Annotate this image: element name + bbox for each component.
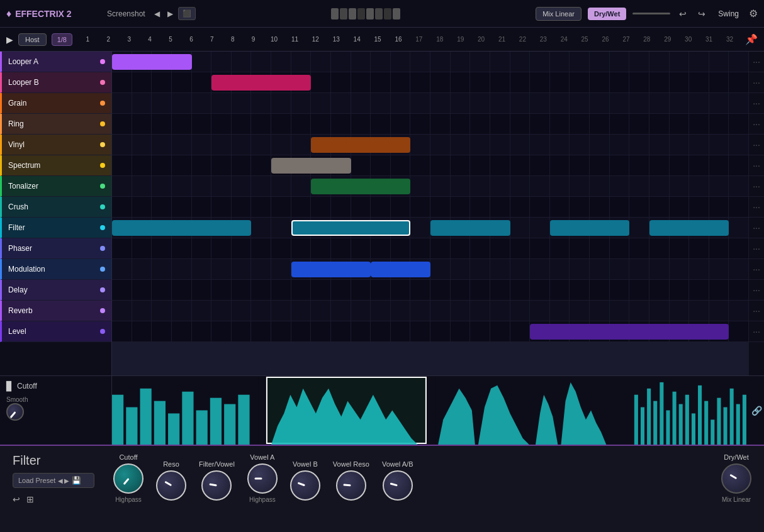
save-button[interactable]: ⬛	[178, 7, 196, 20]
grid-cell[interactable]	[371, 238, 391, 259]
grid-cell[interactable]	[391, 52, 411, 72]
grid-cell[interactable]	[351, 155, 371, 176]
grid-cell[interactable]	[451, 114, 471, 135]
filter-undo-button[interactable]: ↩	[13, 494, 20, 504]
track-label-looper-b[interactable]: Looper B	[0, 72, 111, 93]
track-label-phaser[interactable]: Phaser	[0, 238, 111, 259]
grid-cell[interactable]	[709, 155, 729, 176]
grid-cell[interactable]	[112, 301, 132, 321]
grid-cell[interactable]	[550, 197, 570, 218]
grid-cell[interactable]	[570, 197, 590, 218]
grid-cell[interactable]	[232, 93, 252, 114]
grid-cell[interactable]	[670, 93, 690, 114]
grid-cell[interactable]	[510, 280, 531, 301]
grid-cell[interactable]	[192, 321, 212, 342]
grid-cell[interactable]	[391, 93, 411, 114]
grid-cell[interactable]	[729, 176, 749, 197]
grid-cell[interactable]	[211, 259, 232, 280]
grid-cell[interactable]	[550, 52, 570, 72]
grid-cell[interactable]	[590, 52, 610, 72]
automation-graph[interactable]	[112, 376, 749, 445]
grid-cell[interactable]	[689, 259, 709, 280]
grid-cell[interactable]	[410, 301, 430, 321]
grid-cell[interactable]	[490, 155, 510, 176]
dry-wet-knob[interactable]	[721, 463, 751, 494]
grid-cell[interactable]	[629, 176, 649, 197]
grid-cell[interactable]	[689, 114, 709, 135]
knob-filter_vowel[interactable]	[201, 470, 232, 501]
track-label-tonalizer[interactable]: Tonalizer	[0, 176, 111, 197]
grid-cell[interactable]	[232, 135, 252, 155]
grid-cell[interactable]	[132, 259, 152, 280]
grid-cell[interactable]	[689, 52, 709, 72]
grid-cell[interactable]	[430, 259, 451, 280]
track-label-looper-a[interactable]: Looper A	[0, 52, 111, 72]
grid-cell[interactable]	[451, 135, 471, 155]
grid-cell[interactable]	[490, 259, 510, 280]
grid-cell[interactable]	[192, 301, 212, 321]
grid-cell[interactable]	[152, 259, 172, 280]
grid-cell[interactable]	[470, 52, 490, 72]
grid-cell[interactable]	[271, 321, 291, 342]
grid-cell[interactable]	[729, 114, 749, 135]
grid-cell[interactable]	[470, 259, 490, 280]
grid-cell[interactable]	[351, 280, 371, 301]
grid-row-12[interactable]	[112, 301, 749, 321]
grid-cell[interactable]	[232, 52, 252, 72]
grid-cell[interactable]	[211, 93, 232, 114]
grid-cell[interactable]	[391, 301, 411, 321]
grid-cell[interactable]	[530, 176, 550, 197]
grid-cell[interactable]	[391, 72, 411, 93]
grid-cell[interactable]	[670, 135, 690, 155]
grid-cell[interactable]	[649, 155, 670, 176]
grid-cell[interactable]	[490, 301, 510, 321]
grid-cell[interactable]	[689, 135, 709, 155]
grid-cell[interactable]	[670, 301, 690, 321]
grid-cell[interactable]	[530, 114, 550, 135]
grid-cell[interactable]	[570, 280, 590, 301]
grid-cell[interactable]	[410, 72, 430, 93]
grid-cell[interactable]	[410, 321, 430, 342]
grid-cell[interactable]	[451, 52, 471, 72]
grid-cell[interactable]	[351, 93, 371, 114]
grid-cell[interactable]	[410, 93, 430, 114]
knob-vowel_ab[interactable]	[383, 470, 413, 501]
grid-cell[interactable]	[291, 301, 312, 321]
knob-vowel_reso[interactable]	[336, 470, 366, 501]
grid-cell[interactable]	[590, 93, 610, 114]
grid-cell[interactable]	[192, 176, 212, 197]
track-label-delay[interactable]: Delay	[0, 280, 111, 301]
grid-cell[interactable]	[391, 114, 411, 135]
grid-cell[interactable]	[510, 155, 531, 176]
grid-cell[interactable]	[729, 197, 749, 218]
clip-10[interactable]	[371, 262, 430, 277]
grid-cell[interactable]	[172, 135, 192, 155]
grid-cell[interactable]	[271, 301, 291, 321]
grid-cell[interactable]	[570, 155, 590, 176]
grid-cell[interactable]	[510, 176, 531, 197]
knob-cutoff[interactable]	[113, 463, 143, 494]
grid-cell[interactable]	[311, 301, 331, 321]
grid-cell[interactable]	[232, 155, 252, 176]
grid-row-8[interactable]	[112, 218, 749, 238]
grid-cell[interactable]	[251, 197, 271, 218]
grid-cell[interactable]	[451, 301, 471, 321]
grid-cell[interactable]	[192, 155, 212, 176]
grid-cell[interactable]	[470, 114, 490, 135]
pattern-cell[interactable]	[331, 8, 339, 19]
grid-cell[interactable]	[689, 238, 709, 259]
grid-cell[interactable]	[490, 114, 510, 135]
grid-cell[interactable]	[331, 321, 351, 342]
clip-5[interactable]	[271, 158, 351, 174]
grid-cell[interactable]	[211, 321, 232, 342]
grid-cell[interactable]	[192, 259, 212, 280]
grid-cell[interactable]	[610, 114, 630, 135]
grid-cell[interactable]	[729, 135, 749, 155]
grid-cell[interactable]	[192, 197, 212, 218]
grid-cell[interactable]	[132, 93, 152, 114]
auto-link-icon[interactable]: 🔗	[749, 376, 764, 445]
grid-cell[interactable]	[271, 114, 291, 135]
grid-cell[interactable]	[629, 52, 649, 72]
grid-cell[interactable]	[132, 155, 152, 176]
grid-cell[interactable]	[530, 52, 550, 72]
